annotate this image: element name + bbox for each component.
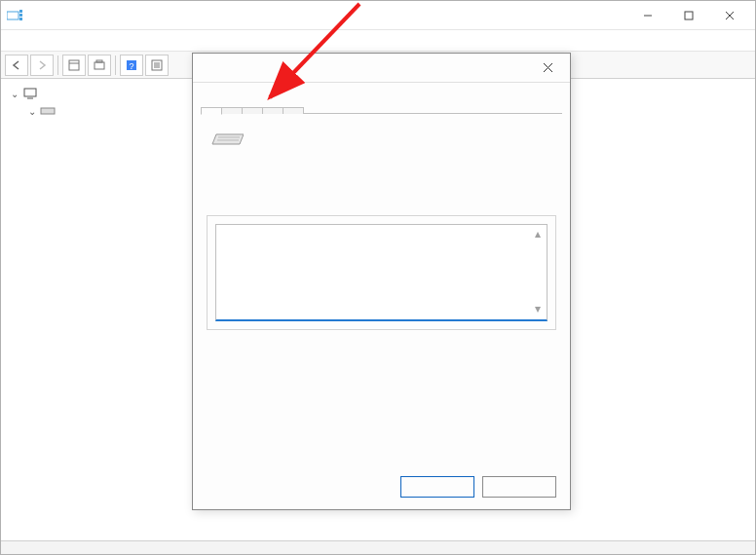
device-manager-window: ? ⌄ ⌄	[0, 0, 756, 555]
svg-rect-3	[19, 18, 22, 20]
tab-events[interactable]	[262, 107, 284, 114]
dialog-tabs	[193, 83, 570, 114]
properties-dialog: ▴ ▾	[192, 53, 571, 510]
svg-rect-1	[19, 10, 22, 13]
tab-general-pane: ▴ ▾	[193, 114, 570, 338]
scroll-up-icon[interactable]: ▴	[535, 227, 541, 240]
tab-resources[interactable]	[283, 107, 304, 114]
tab-general[interactable]	[201, 107, 222, 115]
keyboards-icon	[40, 103, 56, 119]
forward-button[interactable]	[30, 55, 54, 76]
keyboard-icon	[210, 131, 244, 149]
svg-rect-11	[96, 60, 102, 62]
svg-rect-5	[685, 12, 693, 19]
device-status-text[interactable]: ▴ ▾	[215, 224, 548, 321]
maximize-button[interactable]	[669, 2, 708, 29]
svg-rect-10	[94, 62, 104, 69]
menubar	[1, 30, 755, 52]
computer-icon	[22, 86, 38, 101]
scroll-down-icon[interactable]: ▾	[535, 302, 541, 315]
cancel-button[interactable]	[482, 476, 556, 498]
close-button[interactable]	[710, 2, 749, 29]
svg-rect-2	[19, 14, 22, 17]
svg-rect-0	[7, 12, 19, 19]
tab-driver[interactable]	[221, 107, 243, 114]
ok-button[interactable]	[400, 476, 474, 498]
toolbar-button-1[interactable]	[62, 55, 86, 76]
status-bar	[1, 540, 755, 554]
back-button[interactable]	[5, 55, 28, 76]
menu-help[interactable]	[57, 39, 73, 43]
tab-details[interactable]	[242, 107, 263, 114]
svg-marker-23	[212, 134, 244, 144]
collapse-icon[interactable]: ⌄	[26, 105, 38, 117]
menu-view[interactable]	[40, 39, 56, 43]
toolbar-help-button[interactable]: ?	[120, 55, 143, 76]
menu-action[interactable]	[22, 39, 38, 43]
svg-rect-18	[24, 89, 36, 96]
toolbar-button-2[interactable]	[88, 55, 111, 76]
svg-text:?: ?	[129, 61, 133, 71]
svg-rect-8	[69, 60, 79, 70]
app-icon	[7, 10, 22, 21]
dialog-titlebar	[193, 54, 570, 83]
toolbar-button-4[interactable]	[145, 55, 169, 76]
svg-rect-20	[41, 108, 55, 114]
device-status-group: ▴ ▾	[207, 215, 556, 330]
scrollbar[interactable]: ▴ ▾	[531, 227, 545, 315]
dialog-close-button[interactable]	[533, 55, 562, 82]
collapse-icon[interactable]: ⌄	[9, 88, 20, 99]
menu-file[interactable]	[5, 39, 20, 43]
minimize-button[interactable]	[628, 2, 667, 29]
titlebar	[1, 1, 755, 30]
window-controls	[628, 2, 749, 29]
